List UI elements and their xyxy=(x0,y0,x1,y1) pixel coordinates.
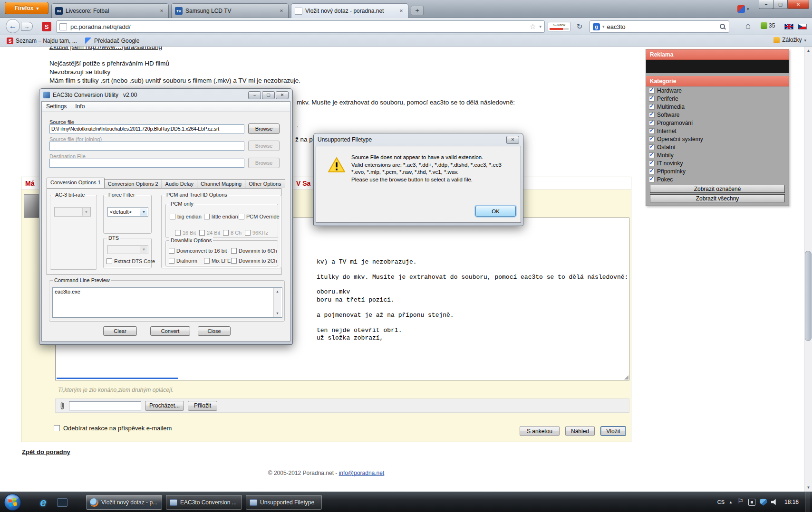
tab-close-icon[interactable] xyxy=(398,8,405,14)
downconvert-16bit-checkbox[interactable] xyxy=(169,248,174,254)
eac3to-titlebar[interactable]: EAC3to Conversion Utility v2.00 xyxy=(39,89,292,101)
downmix-2ch-option[interactable]: Downmix to 2Ch xyxy=(231,258,277,264)
quick-launch-app-icon[interactable] xyxy=(56,496,68,509)
scrollbar-thumb[interactable] xyxy=(805,251,812,341)
google-search-engine-icon[interactable] xyxy=(593,23,600,30)
category-label[interactable]: Připomínky xyxy=(657,168,686,175)
show-all-button[interactable]: Zobrazit všechny xyxy=(650,194,785,202)
category-label[interactable]: Mobily xyxy=(657,152,674,159)
ok-button[interactable]: OK xyxy=(475,206,516,217)
preview-button[interactable]: Náhled xyxy=(565,426,595,436)
category-label[interactable]: Multimedia xyxy=(657,104,685,110)
titlebar-extension-icon[interactable] xyxy=(737,5,745,13)
close-button[interactable] xyxy=(787,0,809,9)
category-label[interactable]: Ostatní xyxy=(657,144,676,151)
category-checkbox[interactable] xyxy=(649,136,655,142)
tab-samsung[interactable]: TV Samsung LCD TV xyxy=(171,3,289,18)
usb-device-icon[interactable] xyxy=(748,499,755,506)
command-line-scrollbar[interactable] xyxy=(273,288,281,317)
poll-button[interactable]: S anketou xyxy=(520,426,560,436)
addon-counter[interactable]: 35 xyxy=(761,22,775,29)
category-checkbox[interactable] xyxy=(649,177,655,182)
8ch-option[interactable]: 8 Ch xyxy=(223,230,242,236)
tab-poradna-active[interactable]: Vložit nový dotaz - poradna.net xyxy=(291,3,408,18)
category-checkbox[interactable] xyxy=(649,169,655,174)
16bit-checkbox[interactable] xyxy=(175,230,181,236)
force-filter-combobox[interactable]: <default> xyxy=(107,207,148,217)
close-button[interactable] xyxy=(276,91,289,99)
submit-button[interactable]: Vložit xyxy=(600,426,626,436)
search-icon[interactable] xyxy=(719,23,726,30)
mix-lfe-option[interactable]: Mix LFE xyxy=(204,258,231,264)
scroll-down-arrow-icon[interactable] xyxy=(274,310,281,317)
menu-settings[interactable]: Settings xyxy=(42,103,71,110)
srank-indicator[interactable]: S-Rank xyxy=(548,22,570,31)
24bit-checkbox[interactable] xyxy=(199,230,205,236)
bookmarks-menu-button[interactable]: Záložky xyxy=(773,37,806,43)
category-label[interactable]: Software xyxy=(657,112,679,118)
tab-close-icon[interactable] xyxy=(158,8,165,14)
attachment-file-input[interactable] xyxy=(69,401,141,410)
convert-button[interactable]: Convert xyxy=(150,326,190,336)
chevron-down-icon[interactable] xyxy=(602,24,605,29)
downmix-6ch-checkbox[interactable] xyxy=(231,248,237,254)
footer-email-link[interactable]: info@poradna.net xyxy=(339,470,385,476)
category-checkbox[interactable] xyxy=(649,144,655,150)
home-button[interactable] xyxy=(745,21,751,31)
little-endian-checkbox[interactable] xyxy=(204,214,210,219)
category-label[interactable]: Programování xyxy=(657,120,693,126)
tab-audio-delay[interactable]: Audio Delay xyxy=(162,179,197,188)
action-center-icon[interactable] xyxy=(737,499,744,506)
tab-channel-mapping[interactable]: Channel Mapping xyxy=(197,179,245,188)
source-file-input[interactable]: D:\Filmy\Nedotknutelni\Intouchables.2011… xyxy=(49,124,244,133)
taskbar-button-firefox[interactable]: Vložit nový dotaz - p... xyxy=(86,495,162,510)
combo-arrow-icon[interactable] xyxy=(140,208,147,216)
browser-scrollbar[interactable] xyxy=(804,47,812,492)
bookmark-google-translate[interactable]: Překladač Google xyxy=(83,37,141,45)
extract-dts-core-checkbox[interactable] xyxy=(106,258,112,264)
category-checkbox[interactable] xyxy=(649,128,655,134)
96khz-option[interactable]: 96KHz xyxy=(245,230,268,236)
show-selected-button[interactable]: Zobrazit označené xyxy=(650,185,785,193)
back-to-forum-link[interactable]: Zpět do poradny xyxy=(22,448,70,455)
category-checkbox[interactable] xyxy=(649,120,655,126)
category-checkbox[interactable] xyxy=(649,104,655,110)
destination-file-input[interactable] xyxy=(49,159,244,168)
cz-flag-icon[interactable] xyxy=(798,24,807,29)
join-file-input[interactable] xyxy=(49,142,244,151)
minimize-button[interactable] xyxy=(759,0,773,9)
clipped-link-text[interactable]: Zkusel jsem http://www…/jara/samsung xyxy=(49,47,162,50)
close-window-button[interactable]: Close xyxy=(198,326,231,336)
seznam-extension-icon[interactable] xyxy=(42,22,51,31)
category-checkbox[interactable] xyxy=(649,96,655,102)
chevron-down-icon[interactable] xyxy=(747,7,749,11)
internet-explorer-icon[interactable] xyxy=(37,496,49,509)
bookmark-seznam[interactable]: Seznam – Najdu tam, ... xyxy=(5,37,79,45)
tab-close-icon[interactable] xyxy=(278,8,285,14)
category-label[interactable]: Periferie xyxy=(657,95,678,102)
downmix-6ch-option[interactable]: Downmix to 6Ch xyxy=(231,248,277,254)
tab-other-options[interactable]: Other Options xyxy=(245,179,285,188)
close-button[interactable] xyxy=(506,136,519,144)
bookmark-star-icon[interactable] xyxy=(530,22,536,31)
back-button[interactable] xyxy=(6,19,20,33)
category-checkbox[interactable] xyxy=(649,112,655,118)
taskbar-button-eac3to[interactable]: EAC3to Conversion ... xyxy=(166,495,242,510)
24bit-option[interactable]: 24 Bit xyxy=(199,230,220,236)
category-checkbox[interactable] xyxy=(649,161,655,166)
scroll-up-arrow-icon[interactable] xyxy=(804,47,812,55)
clear-button[interactable]: Clear xyxy=(103,326,137,336)
url-bar[interactable]: pc.poradna.net/q/add/ xyxy=(56,20,545,33)
dialog-titlebar[interactable]: Unsupported Filetype xyxy=(314,133,523,146)
subscribe-checkbox[interactable] xyxy=(54,425,60,431)
category-label[interactable]: Pokec xyxy=(657,176,673,183)
scroll-down-arrow-icon[interactable] xyxy=(804,484,812,492)
maximize-button[interactable] xyxy=(262,91,275,99)
mix-lfe-checkbox[interactable] xyxy=(204,258,210,264)
dialnorm-option[interactable]: Dialnorm xyxy=(169,258,197,264)
uk-flag-icon[interactable] xyxy=(784,24,793,29)
8ch-checkbox[interactable] xyxy=(223,230,229,236)
pcm-override-option[interactable]: PCM Override xyxy=(239,214,280,219)
textarea-resize-handle[interactable] xyxy=(624,375,628,379)
browse-file-button[interactable]: Procházet... xyxy=(145,401,184,411)
